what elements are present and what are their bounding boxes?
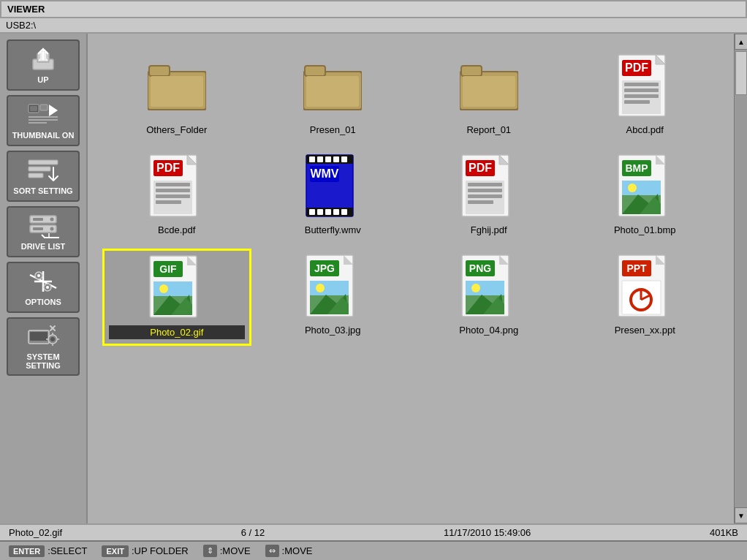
file-grid: Others_Folder Presen_01 Report_01 PDF bbox=[88, 34, 734, 523]
file-item-photo-01-bmp[interactable]: BMP Photo_01.bmp bbox=[571, 148, 720, 241]
status-bar: Photo_02.gif 6 / 12 11/17/2010 15:49:06 … bbox=[0, 523, 747, 540]
exit-action: EXIT :UP FOLDER bbox=[102, 545, 188, 557]
enter-action: ENTER :SELECT bbox=[9, 545, 87, 557]
svg-rect-75 bbox=[309, 209, 315, 215]
file-icon-photo-04-png: PNG bbox=[456, 254, 522, 320]
svg-rect-45 bbox=[461, 66, 482, 76]
sort-icon bbox=[27, 157, 59, 183]
svg-text:GIF: GIF bbox=[160, 263, 178, 275]
svg-rect-70 bbox=[317, 156, 323, 162]
file-label-presen-01: Presen_01 bbox=[310, 124, 356, 135]
svg-rect-54 bbox=[624, 100, 650, 104]
path-bar: USB2:\ bbox=[0, 18, 747, 34]
svg-rect-52 bbox=[624, 88, 659, 92]
status-count: 6 / 12 bbox=[241, 527, 265, 538]
file-label-others-folder: Others_Folder bbox=[146, 124, 207, 135]
svg-point-15 bbox=[50, 227, 54, 231]
drive-icon bbox=[27, 213, 59, 239]
svg-rect-77 bbox=[325, 209, 331, 215]
svg-point-14 bbox=[50, 218, 54, 222]
sort-label: SORT SETTING bbox=[13, 186, 72, 195]
svg-rect-69 bbox=[309, 156, 315, 162]
system-icon bbox=[27, 323, 59, 349]
app-title: VIEWER bbox=[7, 4, 45, 15]
scroll-down-button[interactable]: ▼ bbox=[735, 507, 747, 523]
up-button[interactable]: UP bbox=[7, 39, 80, 91]
file-item-photo-02-gif[interactable]: GIF Photo_02.gif bbox=[102, 249, 251, 346]
thumbnail-label: THUMBNAIL ON bbox=[12, 131, 75, 140]
svg-rect-41 bbox=[305, 66, 325, 76]
svg-text:PPT: PPT bbox=[626, 262, 647, 274]
file-item-others-folder[interactable]: Others_Folder bbox=[102, 48, 251, 141]
file-item-photo-03-jpg[interactable]: JPG Photo_03.jpg bbox=[259, 249, 408, 346]
file-label-presen-xx-ppt: Presen_xx.ppt bbox=[615, 325, 675, 336]
file-item-bcde-pdf[interactable]: PDF Bcde.pdf bbox=[102, 148, 251, 241]
file-icon-photo-02-gif: GIF bbox=[144, 255, 210, 321]
file-label-bcde-pdf: Bcde.pdf bbox=[158, 224, 195, 235]
system-button[interactable]: SYSTEM SETTING bbox=[7, 317, 80, 376]
file-icon-presen-xx-ppt: PPT bbox=[612, 254, 678, 320]
svg-rect-6 bbox=[29, 116, 58, 118]
svg-rect-9 bbox=[29, 160, 58, 164]
file-label-photo-02-gif: Photo_02.gif bbox=[109, 325, 245, 339]
system-label: SYSTEM SETTING bbox=[11, 352, 75, 370]
status-filename: Photo_02.gif bbox=[9, 527, 62, 538]
svg-rect-26 bbox=[30, 332, 48, 341]
main-area: UP THUMBNAIL ON bbox=[0, 34, 747, 523]
enter-action-label: :SELECT bbox=[48, 545, 87, 556]
file-label-photo-04-png: Photo_04.png bbox=[459, 325, 518, 336]
file-icon-photo-03-jpg: JPG bbox=[300, 254, 365, 320]
svg-rect-16 bbox=[33, 218, 43, 221]
svg-rect-88 bbox=[468, 194, 502, 198]
file-item-presen-xx-ppt[interactable]: PPT Presen_xx.ppt bbox=[571, 249, 720, 346]
svg-text:WMV: WMV bbox=[310, 167, 338, 180]
drive-button[interactable]: DRIVE LIST bbox=[7, 206, 80, 257]
vertical-move-label: :MOVE bbox=[220, 545, 251, 556]
file-icon-presen-01 bbox=[300, 54, 365, 120]
title-bar: VIEWER bbox=[0, 0, 747, 18]
options-button[interactable]: OPTIONS bbox=[7, 262, 80, 313]
file-icon-fghij-pdf: PDF bbox=[456, 154, 522, 220]
content-area: Others_Folder Presen_01 Report_01 PDF bbox=[88, 34, 734, 523]
bottom-bar: ENTER :SELECT EXIT :UP FOLDER ⇕ :MOVE ⇔ … bbox=[0, 540, 747, 560]
svg-rect-62 bbox=[156, 189, 190, 192]
file-item-fghij-pdf[interactable]: PDF Fghij.pdf bbox=[414, 148, 564, 241]
svg-rect-10 bbox=[29, 167, 50, 171]
file-label-abcd-pdf: Abcd.pdf bbox=[626, 124, 664, 135]
file-label-butterfly-wmv: Butterfly.wmv bbox=[305, 224, 361, 235]
file-item-report-01[interactable]: Report_01 bbox=[414, 48, 564, 141]
file-icon-report-01 bbox=[456, 54, 522, 120]
svg-text:PDF: PDF bbox=[156, 162, 180, 174]
file-item-abcd-pdf[interactable]: PDF Abcd.pdf bbox=[571, 48, 720, 141]
scrollbar[interactable]: ▲ ▼ bbox=[734, 34, 747, 523]
svg-rect-122 bbox=[466, 281, 504, 295]
svg-rect-5 bbox=[30, 106, 37, 111]
svg-point-125 bbox=[471, 284, 480, 292]
enter-key: ENTER bbox=[9, 545, 45, 557]
scroll-up-button[interactable]: ▲ bbox=[735, 34, 747, 50]
horizontal-move-action: ⇔ :MOVE bbox=[265, 545, 313, 557]
thumbnail-icon bbox=[27, 102, 59, 128]
scroll-track bbox=[735, 50, 747, 507]
current-path: USB2:\ bbox=[6, 20, 36, 31]
svg-rect-89 bbox=[468, 200, 493, 204]
file-item-butterfly-wmv[interactable]: WMV Butterfly.wmv bbox=[259, 148, 408, 241]
file-item-presen-01[interactable]: Presen_01 bbox=[259, 48, 408, 141]
svg-rect-79 bbox=[341, 209, 347, 215]
sort-button[interactable]: SORT SETTING bbox=[7, 151, 80, 202]
svg-point-107 bbox=[159, 284, 168, 293]
file-item-photo-04-png[interactable]: PNG Photo_04.png bbox=[414, 249, 564, 346]
file-icon-bcde-pdf: PDF bbox=[144, 154, 210, 220]
svg-rect-42 bbox=[306, 76, 359, 107]
thumbnail-button[interactable]: THUMBNAIL ON bbox=[7, 95, 80, 146]
vertical-move-action: ⇕ :MOVE bbox=[203, 545, 251, 557]
svg-text:BMP: BMP bbox=[625, 162, 648, 174]
options-label: OPTIONS bbox=[25, 298, 61, 306]
svg-rect-53 bbox=[624, 94, 659, 98]
svg-rect-61 bbox=[156, 183, 190, 186]
file-icon-butterfly-wmv: WMV bbox=[300, 154, 365, 220]
svg-rect-86 bbox=[468, 183, 502, 186]
svg-point-98 bbox=[628, 183, 637, 192]
svg-rect-46 bbox=[463, 76, 515, 107]
scroll-thumb[interactable] bbox=[735, 51, 747, 95]
